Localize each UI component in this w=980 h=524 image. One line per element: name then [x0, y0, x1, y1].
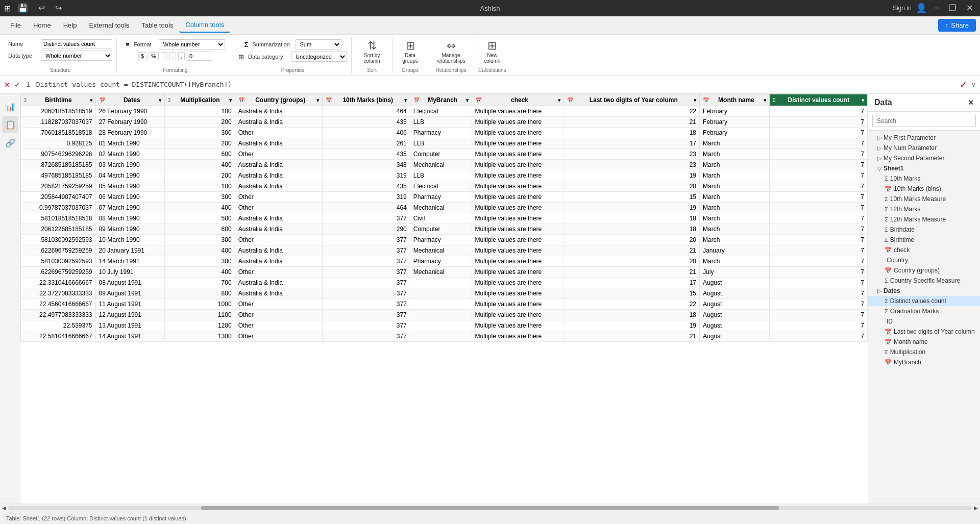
tree-item[interactable]: Σ12th Marks Measure [868, 214, 980, 224]
tree-item[interactable]: Σ10th Marks [868, 173, 980, 184]
col-dropdown-dates[interactable]: ▾ [159, 97, 161, 103]
menu-external-tools[interactable]: External tools [83, 18, 135, 32]
report-view-icon[interactable]: 📊 [2, 98, 18, 114]
menu-table-tools[interactable]: Table tools [135, 18, 179, 32]
horizontal-scroll[interactable]: ◀ ▶ [0, 504, 980, 512]
table-cell: 18 [564, 213, 700, 224]
close-btn[interactable]: ✕ [963, 0, 976, 16]
tree-item[interactable]: 📅Last two digits of Year column [868, 327, 980, 337]
name-input[interactable] [41, 39, 112, 48]
col-header-mybranch[interactable]: 📅 MyBranch ▾ [410, 94, 472, 106]
tree-item[interactable]: 📅Month name [868, 337, 980, 347]
table-header-row: Σ Birthtime ▾ 📅 Dates ▾ [21, 94, 868, 106]
menu-column-tools[interactable]: Column tools [179, 18, 230, 33]
tree-item[interactable]: 📅Country (groups) [868, 265, 980, 276]
col-header-distinct-values[interactable]: Σ Distinct values count ▾ [769, 94, 867, 106]
col-dropdown-10th-bins[interactable]: ▾ [404, 97, 407, 103]
data-panel-title: Data [874, 98, 892, 107]
menu-help[interactable]: Help [57, 18, 83, 32]
tree-item[interactable]: 📅check [868, 245, 980, 255]
tree-item[interactable]: ΣGraduation Marks [868, 306, 980, 316]
data-panel-close-icon[interactable]: ✕ [968, 98, 974, 107]
tree-item[interactable]: ▷My Num Parameter [868, 143, 980, 153]
tree-item[interactable]: Σ12th Marks [868, 204, 980, 214]
col-header-dates[interactable]: 📅 Dates ▾ [95, 94, 165, 106]
summarization-select[interactable]: Sum [296, 39, 341, 49]
col-icon-dates: 📅 [99, 97, 105, 103]
scroll-left-icon[interactable]: ◀ [2, 505, 6, 511]
decimal-input[interactable] [187, 52, 212, 61]
tree-item[interactable]: 📅10th Marks (bins) [868, 184, 980, 194]
restore-btn[interactable]: ❐ [946, 0, 959, 16]
col-dropdown-check[interactable]: ▾ [558, 97, 560, 103]
data-groups-btn[interactable]: ⊞ Data groups [397, 37, 424, 66]
formula-expand-icon[interactable]: ∨ [971, 81, 976, 88]
tree-item-icon: Σ [885, 216, 888, 222]
tree-item[interactable]: ▷Dates [868, 286, 980, 296]
format-select[interactable]: Whole number [159, 39, 225, 49]
redo-btn[interactable]: ↪ [52, 0, 65, 16]
col-dropdown-mybranch[interactable]: ▾ [466, 97, 469, 103]
col-dropdown-country-groups[interactable]: ▾ [316, 97, 319, 103]
tree-item[interactable]: ΣCountry Specific Measure [868, 276, 980, 286]
save-btn[interactable]: 💾 [15, 0, 31, 16]
tree-item[interactable]: ID [868, 316, 980, 327]
tree-item[interactable]: ▽Sheet1 [868, 163, 980, 173]
tree-item[interactable]: ΣDistinct values count [868, 296, 980, 306]
table-cell: Other [235, 192, 322, 203]
percent-btn[interactable]: % [149, 52, 159, 60]
tree-item[interactable]: ΣBirthdate [868, 224, 980, 235]
tree-item[interactable]: ▷My First Parameter [868, 133, 980, 143]
tree-item[interactable]: 📅MyBranch [868, 357, 980, 367]
share-button[interactable]: ↑ Share [938, 19, 976, 32]
formula-cancel-icon[interactable]: ✕ [4, 81, 10, 89]
decimal-right-btn[interactable]: , [178, 52, 185, 60]
decimal-left-btn[interactable]: . [169, 52, 176, 60]
user-avatar-icon[interactable]: 👤 [916, 3, 927, 14]
undo-btn[interactable]: ↩ [35, 0, 48, 16]
search-input[interactable] [872, 115, 976, 127]
formula-confirm-icon[interactable]: ✓ [14, 81, 20, 89]
sign-in-label[interactable]: Sign in [893, 5, 912, 12]
currency-btn[interactable]: $ [138, 52, 146, 60]
scroll-right-icon[interactable]: ▶ [974, 505, 978, 511]
col-dropdown-distinct-values[interactable]: ▾ [862, 97, 864, 103]
table-cell: 348 [322, 160, 410, 170]
table-cell: 01 March 1990 [95, 138, 165, 149]
col-dropdown-birthtime[interactable]: ▾ [90, 97, 92, 103]
col-header-last-two-digits[interactable]: 📅 Last two digits of Year column ▾ [564, 94, 700, 106]
tree-item[interactable]: Σ10th Marks Measure [868, 194, 980, 204]
tree-item[interactable]: ΣMultiplication [868, 347, 980, 357]
datatype-label: Data type [8, 53, 39, 59]
tree-item[interactable]: ΣBirthtime [868, 235, 980, 245]
col-dropdown-month-name[interactable]: ▾ [764, 97, 766, 103]
tree-item[interactable]: ▷My Second Parameter [868, 153, 980, 163]
menu-home[interactable]: Home [27, 18, 57, 32]
comma-btn[interactable]: , [161, 52, 167, 60]
col-header-country-groups[interactable]: 📅 Country (groups) ▾ [235, 94, 322, 106]
table-area[interactable]: Σ Birthtime ▾ 📅 Dates ▾ [20, 94, 868, 504]
new-column-btn[interactable]: ⊞ New column [478, 37, 506, 66]
scroll-track[interactable] [8, 506, 972, 510]
manage-relationships-btn[interactable]: ⇔ Manage relationships [432, 37, 470, 66]
datatype-select[interactable]: Whole number [41, 51, 112, 61]
col-header-multiplication[interactable]: Σ Multiplication ▾ [165, 94, 235, 106]
table-cell [410, 288, 472, 299]
col-header-10th-bins[interactable]: 📅 10th Marks (bins) ▾ [322, 94, 410, 106]
col-dropdown-last-two-digits[interactable]: ▾ [694, 97, 696, 103]
name-label: Name [8, 41, 39, 47]
tree-item[interactable]: Country [868, 255, 980, 265]
col-header-check[interactable]: 📅 check ▾ [472, 94, 564, 106]
col-header-month-name[interactable]: 📅 Month name ▾ [700, 94, 770, 106]
col-header-birthtime[interactable]: Σ Birthtime ▾ [21, 94, 96, 106]
formula-input[interactable] [36, 81, 953, 88]
table-cell: 377 [322, 256, 410, 267]
table-cell: 22 [564, 299, 700, 310]
col-dropdown-multiplication[interactable]: ▾ [229, 97, 232, 103]
datacategory-select[interactable]: Uncategorized [291, 52, 347, 62]
model-view-icon[interactable]: 🔗 [2, 135, 18, 151]
menu-file[interactable]: File [4, 18, 27, 32]
sort-by-column-btn[interactable]: ⇅ Sort by column [356, 37, 388, 66]
minimize-btn[interactable]: − [931, 0, 942, 16]
data-view-icon[interactable]: 📋 [2, 116, 18, 133]
